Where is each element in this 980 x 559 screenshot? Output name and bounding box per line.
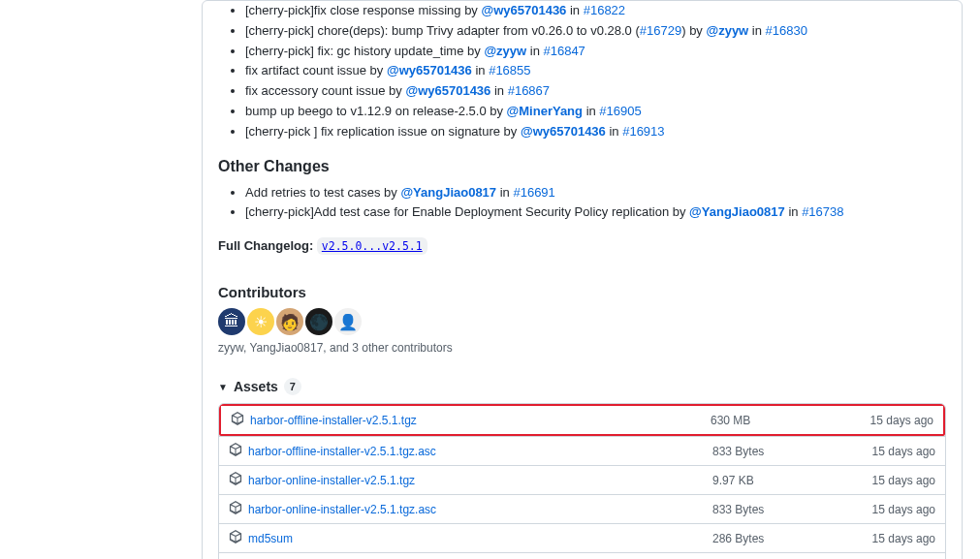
issue-link[interactable]: #16905: [599, 104, 641, 118]
change-list-main: [cherry-pick]fix close response missing …: [218, 1, 946, 142]
issue-link[interactable]: #16913: [622, 124, 664, 139]
full-changelog: Full Changelog: v2.5.0...v2.5.1: [218, 238, 946, 253]
avatar[interactable]: 🧑: [276, 308, 303, 335]
package-icon: [229, 443, 242, 459]
issue-link[interactable]: #16855: [489, 63, 530, 78]
issue-link[interactable]: #16867: [508, 83, 550, 98]
change-item: bump up beego to v1.12.9 on release-2.5.…: [245, 102, 946, 122]
asset-row: harbor-online-installer-v2.5.1.tgz.asc83…: [219, 494, 945, 523]
changelog-range-link[interactable]: v2.5.0...v2.5.1: [317, 237, 427, 255]
user-mention[interactable]: @MinerYang: [507, 104, 583, 118]
asset-link[interactable]: harbor-offline-installer-v2.5.1.tgz.asc: [248, 445, 436, 458]
asset-size: 9.97 KB: [712, 474, 829, 487]
user-mention[interactable]: @zyyw: [484, 44, 526, 58]
assets-toggle[interactable]: ▼ Assets 7: [218, 378, 946, 395]
asset-row: md5sum286 Bytes15 days ago: [219, 523, 945, 552]
change-item: [cherry-pick ] fix replication issue on …: [245, 122, 946, 142]
asset-size: 833 Bytes: [712, 503, 829, 516]
avatar[interactable]: 🏛: [218, 308, 245, 335]
asset-link[interactable]: harbor-online-installer-v2.5.1.tgz.asc: [248, 503, 436, 516]
asset-size: 286 Bytes: [712, 532, 829, 545]
package-icon: [229, 472, 242, 488]
asset-date: 15 days ago: [829, 445, 935, 458]
changelog-label: Full Changelog:: [218, 238, 317, 253]
release-panel: [cherry-pick]fix close response missing …: [202, 0, 963, 559]
change-list-other: Add retries to test cases by @YangJiao08…: [218, 183, 946, 224]
avatar[interactable]: 🌑: [305, 308, 332, 335]
change-item: [cherry-pick] fix: gc history update_tim…: [245, 42, 946, 62]
asset-date: 15 days ago: [829, 474, 935, 487]
package-icon: [229, 530, 242, 546]
change-item: fix accessory count issue by @wy65701436…: [245, 81, 946, 102]
disclosure-triangle-icon: ▼: [218, 382, 228, 392]
issue-link[interactable]: #16738: [802, 204, 843, 219]
user-mention[interactable]: @zyyw: [706, 23, 748, 38]
user-mention[interactable]: @wy65701436: [387, 63, 472, 78]
avatar[interactable]: ☀: [247, 308, 274, 335]
asset-date: 15 days ago: [829, 532, 935, 545]
change-item: [cherry-pick]fix close response missing …: [245, 1, 946, 21]
contributors-subtext: zyyw, YangJiao0817, and 3 other contribu…: [218, 341, 946, 355]
issue-link[interactable]: #16847: [543, 44, 585, 58]
user-mention[interactable]: @YangJiao0817: [689, 204, 785, 219]
assets-heading-label: Assets: [234, 379, 278, 394]
user-mention[interactable]: @wy65701436: [481, 3, 566, 17]
user-mention[interactable]: @wy65701436: [521, 124, 606, 139]
asset-row: harbor-offline-installer-v2.5.1.tgz.asc8…: [219, 436, 945, 465]
other-changes-heading: Other Changes: [218, 158, 946, 175]
issue-link[interactable]: #16830: [766, 23, 807, 38]
change-item: Add retries to test cases by @YangJiao08…: [245, 183, 946, 203]
contributors-section: Contributors 🏛 ☀ 🧑 🌑 👤 zyyw, YangJiao081…: [218, 284, 946, 355]
package-icon: [229, 501, 242, 517]
asset-link[interactable]: harbor-online-installer-v2.5.1.tgz: [248, 474, 415, 487]
user-mention[interactable]: @YangJiao0817: [400, 185, 496, 200]
assets-section: ▼ Assets 7 harbor-offline-installer-v2.5…: [218, 378, 946, 559]
asset-size: 630 MB: [711, 414, 827, 427]
change-item: fix artifact count issue by @wy65701436 …: [245, 61, 946, 81]
issue-link[interactable]: #16691: [513, 185, 554, 200]
change-item: [cherry-pick] chore(deps): bump Trivy ad…: [245, 21, 946, 42]
issue-link[interactable]: #16729: [640, 23, 681, 38]
assets-count-badge: 7: [284, 378, 301, 395]
asset-link[interactable]: md5sum: [248, 532, 293, 545]
asset-link[interactable]: harbor-offline-installer-v2.5.1.tgz: [250, 414, 417, 427]
change-item: [cherry-pick]Add test case for Enable De…: [245, 202, 946, 223]
user-mention[interactable]: @wy65701436: [405, 83, 490, 98]
package-icon: [231, 412, 244, 428]
asset-row: Source code (zip)19 days ago: [219, 552, 945, 559]
asset-size: 833 Bytes: [712, 445, 829, 458]
asset-row: harbor-offline-installer-v2.5.1.tgz630 M…: [219, 404, 945, 436]
asset-date: 15 days ago: [829, 503, 935, 516]
avatar[interactable]: 👤: [334, 308, 362, 335]
contributor-avatars: 🏛 ☀ 🧑 🌑 👤: [218, 308, 946, 335]
assets-list: harbor-offline-installer-v2.5.1.tgz630 M…: [218, 403, 946, 559]
contributors-heading: Contributors: [218, 284, 946, 300]
issue-link[interactable]: #16822: [584, 3, 625, 17]
asset-row: harbor-online-installer-v2.5.1.tgz9.97 K…: [219, 465, 945, 494]
asset-date: 15 days ago: [827, 414, 933, 427]
